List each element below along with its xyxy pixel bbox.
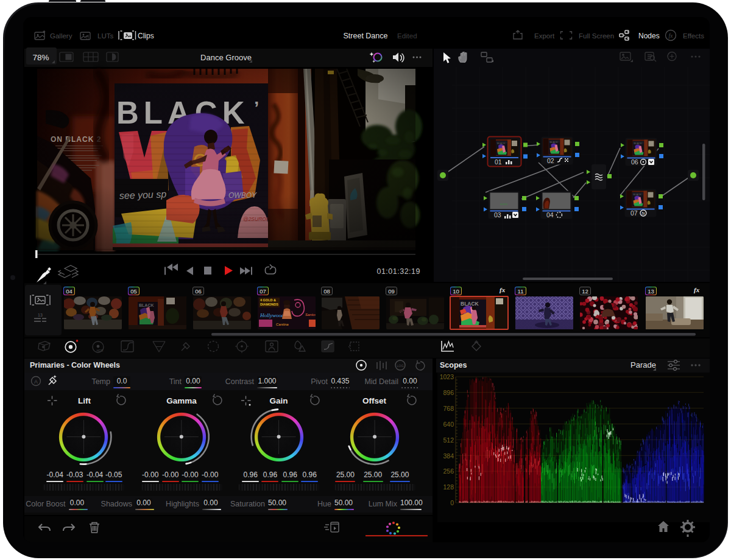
svg-text:Effects: Effects [683, 32, 704, 40]
svg-text:512: 512 [443, 436, 454, 444]
svg-text:Nodes: Nodes [638, 32, 660, 40]
svg-text:scene: scene [500, 203, 508, 206]
svg-text:128: 128 [443, 483, 454, 491]
svg-text:896: 896 [443, 389, 454, 396]
svg-text:Export: Export [534, 32, 555, 40]
svg-text:0: 0 [450, 499, 454, 506]
svg-text:Full Screen: Full Screen [579, 32, 614, 40]
svg-text:768: 768 [443, 405, 454, 412]
svg-text:384: 384 [443, 452, 454, 460]
svg-text:Hollywood: Hollywood [260, 312, 284, 318]
svg-text:fx: fx [641, 211, 645, 215]
svg-text:fx: fx [669, 33, 674, 39]
svg-text:13: 13 [38, 313, 43, 317]
svg-text:Dance Groove: Dance Groove [200, 53, 252, 62]
svg-text:01: 01 [495, 158, 502, 166]
svg-text:04: 04 [546, 211, 554, 219]
svg-text:1023: 1023 [440, 373, 454, 380]
svg-text:03: 03 [494, 211, 501, 219]
svg-text:02: 02 [547, 157, 554, 164]
svg-text:LOG: LOG [397, 364, 404, 368]
svg-text:HDR: HDR [97, 349, 104, 352]
svg-text:640: 640 [443, 421, 454, 428]
svg-text:06: 06 [631, 158, 638, 166]
svg-text:DIAMONDS: DIAMONDS [260, 303, 278, 306]
svg-text:Santos: Santos [305, 313, 316, 317]
svg-text:78%: 78% [32, 53, 49, 62]
svg-text:Cantina: Cantina [276, 323, 289, 326]
svg-text:4 GOLD &: 4 GOLD & [260, 298, 276, 302]
svg-text:07: 07 [630, 209, 638, 217]
svg-text:01:01:32:19: 01:01:32:19 [376, 267, 420, 276]
svg-text:256: 256 [443, 467, 454, 475]
